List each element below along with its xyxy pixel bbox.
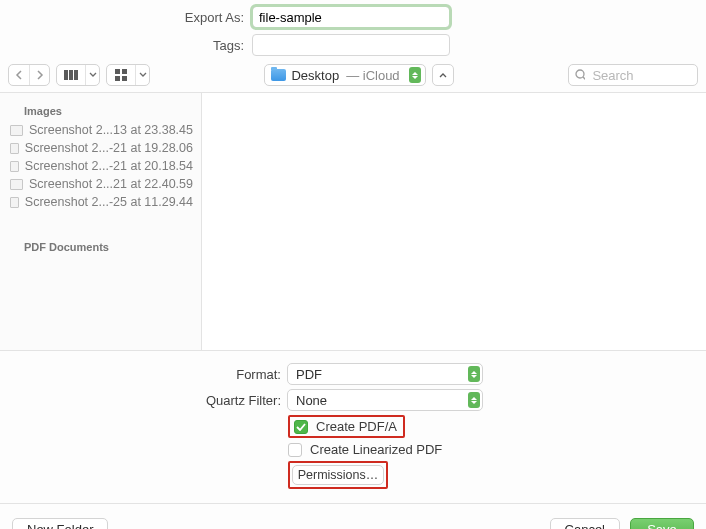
footer: New Folder Cancel Save [0,504,706,529]
location-name: Desktop [291,68,339,83]
create-pdfa-row: Create PDF/A [0,415,706,438]
chevron-down-icon [135,65,149,85]
list-item[interactable]: Screenshot 2...-21 at 19.28.06 [0,139,201,157]
sidebar: Images Screenshot 2...13 at 23.38.45 Scr… [0,93,202,350]
create-linearized-row: Create Linearized PDF [0,442,706,457]
permissions-label: Permissions… [298,468,379,482]
svg-line-8 [583,77,585,80]
format-label: Format: [0,367,287,382]
svg-rect-0 [64,70,68,80]
file-name: Screenshot 2...-21 at 20.18.54 [25,159,193,173]
tags-row: Tags: [0,34,706,56]
list-item[interactable]: Screenshot 2...21 at 22.40.59 [0,175,201,193]
svg-rect-2 [74,70,78,80]
chevron-left-icon [15,70,23,80]
columns-icon [57,65,85,85]
create-linearized-checkbox[interactable] [288,443,302,457]
save-button[interactable]: Save [630,518,694,529]
quartz-label: Quartz Filter: [0,393,287,408]
stepper-icon [468,392,480,408]
file-name: Screenshot 2...13 at 23.38.45 [29,123,193,137]
expand-button[interactable] [432,64,454,86]
image-thumb-icon [10,161,19,172]
new-folder-button[interactable]: New Folder [12,518,108,529]
export-as-label: Export As: [0,10,252,25]
folder-icon [271,69,286,81]
permissions-row: Permissions… [0,461,706,489]
file-name: Screenshot 2...21 at 22.40.59 [29,177,193,191]
chevron-down-icon [85,65,99,85]
svg-rect-4 [122,69,127,74]
file-browser: Images Screenshot 2...13 at 23.38.45 Scr… [0,93,706,351]
create-pdfa-label: Create PDF/A [316,419,397,434]
image-thumb-icon [10,179,23,190]
chevron-right-icon [36,70,44,80]
location-popup[interactable]: Desktop — iCloud [264,64,425,86]
grid-icon [107,65,135,85]
group-images: Images [0,99,201,121]
file-name: Screenshot 2...-25 at 11.29.44 [25,195,193,209]
format-select[interactable]: PDF [287,363,483,385]
quartz-row: Quartz Filter: None [0,389,706,411]
image-thumb-icon [10,197,19,208]
list-item[interactable]: Screenshot 2...-25 at 11.29.44 [0,193,201,211]
permissions-button[interactable]: Permissions… [292,465,384,485]
svg-rect-3 [115,69,120,74]
format-row: Format: PDF [0,363,706,385]
export-as-input[interactable] [252,6,450,28]
cancel-button[interactable]: Cancel [550,518,620,529]
file-name: Screenshot 2...-21 at 19.28.06 [25,141,193,155]
quartz-value: None [296,393,327,408]
save-label: Save [647,522,677,530]
location-suffix: — iCloud [346,68,399,83]
format-value: PDF [296,367,322,382]
location-stepper-icon [409,67,421,83]
view-columns[interactable] [56,64,100,86]
highlight-box: Create PDF/A [288,415,405,438]
checkmark-icon [296,423,306,431]
nav-back-forward [8,64,50,86]
create-pdfa-checkbox[interactable] [294,420,308,434]
group-pdf: PDF Documents [0,235,201,257]
forward-button[interactable] [29,65,49,85]
back-button[interactable] [9,65,29,85]
search-icon [575,69,585,81]
content-pane[interactable] [202,93,706,350]
svg-rect-5 [115,76,120,81]
search-field[interactable] [568,64,698,86]
export-as-row: Export As: [0,6,706,28]
create-linearized-label: Create Linearized PDF [310,442,442,457]
search-input[interactable] [590,67,691,84]
toolbar: Desktop — iCloud [0,62,706,93]
new-folder-label: New Folder [27,522,93,530]
svg-rect-1 [69,70,73,80]
svg-rect-6 [122,76,127,81]
tags-input[interactable] [252,34,450,56]
quartz-select[interactable]: None [287,389,483,411]
tags-label: Tags: [0,38,252,53]
options-panel: Format: PDF Quartz Filter: None Create P… [0,351,706,504]
view-grid[interactable] [106,64,150,86]
svg-point-7 [576,70,584,78]
image-thumb-icon [10,143,19,154]
list-item[interactable]: Screenshot 2...13 at 23.38.45 [0,121,201,139]
highlight-box: Permissions… [288,461,388,489]
stepper-icon [468,366,480,382]
list-item[interactable]: Screenshot 2...-21 at 20.18.54 [0,157,201,175]
chevron-up-icon [439,72,447,78]
cancel-label: Cancel [565,522,605,530]
image-thumb-icon [10,125,23,136]
top-form: Export As: Tags: [0,0,706,56]
